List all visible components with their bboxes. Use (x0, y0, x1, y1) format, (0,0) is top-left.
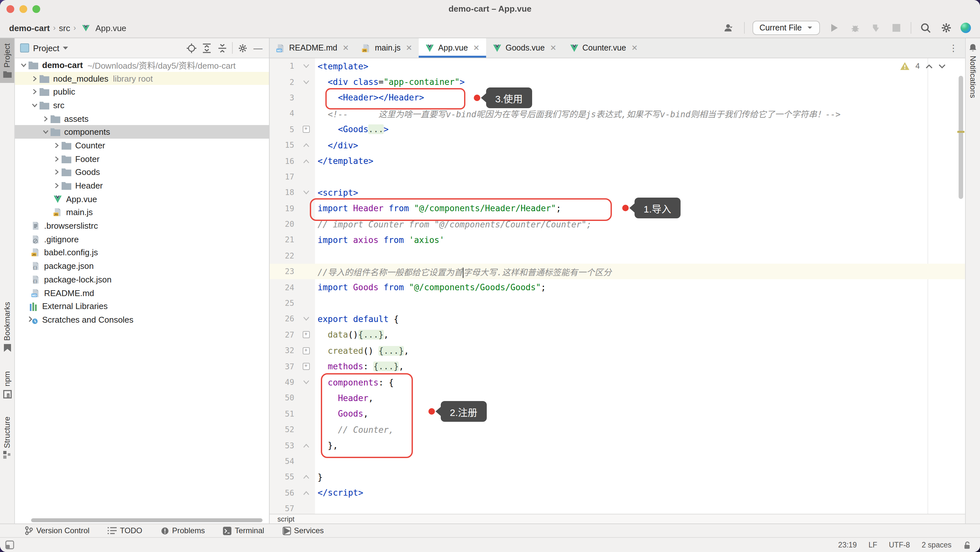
toolwindow-button-Problems[interactable]: Problems (161, 526, 205, 535)
code-line[interactable]: 17 (270, 169, 965, 185)
editor-vertical-scrollbar[interactable] (959, 76, 963, 199)
chevron-down-icon[interactable] (63, 46, 68, 49)
tree-item[interactable]: .browserslistrc (15, 219, 269, 233)
breadcrumb-src[interactable]: src (59, 23, 70, 33)
chevron-right-icon[interactable] (52, 156, 61, 162)
editor-tab-App.vue[interactable]: App.vue✕ (419, 38, 486, 58)
lock-icon[interactable] (963, 541, 971, 549)
close-tab-icon[interactable]: ✕ (473, 43, 480, 52)
tool-tab-project[interactable]: Project (0, 38, 14, 83)
settings-gear-icon[interactable] (940, 21, 953, 34)
code-line[interactable]: 55} (270, 469, 965, 485)
tree-item[interactable]: {}package.json (15, 260, 269, 273)
tree-item[interactable]: JSbabel.config.js (15, 246, 269, 259)
code-line[interactable]: 37+ methods: {...}, (270, 358, 965, 374)
tree-item[interactable]: Footer (15, 152, 269, 165)
expand-all-icon[interactable] (201, 42, 213, 54)
toolwindow-button-TODO[interactable]: TODO (108, 526, 142, 535)
code-line[interactable]: 5+ <Goods...> (270, 122, 965, 137)
search-everywhere-icon[interactable] (919, 21, 932, 34)
fold-marker-icon[interactable]: + (297, 122, 315, 137)
editor-tab-main.js[interactable]: JSmain.js✕ (355, 38, 419, 58)
code-line[interactable]: 25 (270, 295, 965, 311)
code-line[interactable]: 15 </div> (270, 137, 965, 153)
tree-item[interactable]: Header (15, 179, 269, 192)
status-item[interactable]: 23:19 (838, 541, 857, 549)
code-line[interactable]: 2 <div class="app-container"> (270, 74, 965, 90)
tree-item[interactable]: {}package-lock.json (15, 273, 269, 286)
next-problem-icon[interactable] (939, 64, 946, 68)
fold-marker-icon[interactable] (297, 438, 315, 454)
chevron-right-icon[interactable] (41, 116, 50, 122)
tool-tab-structure[interactable]: Structure (0, 411, 14, 464)
code-line[interactable]: 26export default { (270, 311, 965, 327)
tree-item[interactable]: assets (15, 112, 269, 125)
editor-breadcrumb-script[interactable]: script (277, 515, 294, 523)
fold-marker-icon[interactable] (297, 153, 315, 169)
plugin-sphere-icon[interactable] (961, 23, 971, 33)
tree-item[interactable]: JSmain.js (15, 206, 269, 219)
fold-marker-icon[interactable] (297, 374, 315, 390)
tree-item[interactable]: App.vue (15, 192, 269, 206)
toolwindow-button-Version Control[interactable]: Version Control (25, 526, 89, 535)
code-line[interactable]: 1<template> (270, 58, 965, 74)
scrollbar-warning-stripe[interactable] (957, 131, 964, 133)
tree-item[interactable]: demo-cart~/Downloads/资料/day5/资料/demo-car… (15, 58, 269, 71)
tool-tab-npm[interactable]: npm (0, 366, 14, 404)
status-item[interactable]: 2 spaces (922, 541, 951, 549)
tool-tab-bookmarks[interactable]: Bookmarks (0, 297, 14, 357)
chevron-right-icon[interactable] (30, 76, 39, 81)
chevron-down-icon[interactable] (19, 62, 28, 68)
tree-item[interactable]: Counter (15, 139, 269, 152)
code-editor[interactable]: 1<template>2 <div class="app-container">… (270, 58, 965, 514)
code-line[interactable]: 27+ data(){...}, (270, 327, 965, 343)
code-line[interactable]: 21import axios from 'axios' (270, 232, 965, 248)
fold-marker-icon[interactable] (297, 185, 315, 200)
tree-item[interactable]: External Libraries (15, 300, 269, 313)
panel-settings-gear-icon[interactable] (237, 42, 248, 54)
select-opened-file-icon[interactable] (185, 42, 197, 54)
chevron-right-icon[interactable] (52, 183, 61, 189)
toolwindow-button-Terminal[interactable]: Terminal (223, 526, 264, 535)
editor-tab-README.md[interactable]: MDREADME.md✕ (270, 38, 355, 58)
fold-marker-icon[interactable] (297, 137, 315, 153)
fold-marker-icon[interactable]: + (297, 358, 315, 374)
tree-item[interactable]: Goods (15, 165, 269, 179)
tree-item[interactable]: public (15, 85, 269, 98)
editor-tab-Goods.vue[interactable]: Goods.vue✕ (486, 38, 563, 58)
fold-marker-icon[interactable] (297, 74, 315, 90)
toolwindow-switcher-icon[interactable] (5, 540, 14, 549)
chevron-down-icon[interactable] (41, 129, 50, 135)
code-line[interactable]: 22 (270, 248, 965, 264)
project-view-title[interactable]: Project (33, 43, 59, 53)
fold-marker-icon[interactable] (297, 58, 315, 74)
run-with-coverage-button[interactable] (869, 21, 882, 34)
run-configuration-select[interactable]: Current File (752, 21, 820, 35)
tree-item[interactable]: src (15, 98, 269, 112)
breadcrumb-file[interactable]: App.vue (95, 23, 126, 33)
tree-item[interactable]: MDREADME.md (15, 286, 269, 299)
status-item[interactable]: LF (869, 541, 877, 549)
toolwindow-button-Services[interactable]: Services (282, 526, 324, 535)
editor-tab-Counter.vue[interactable]: Counter.vue✕ (563, 38, 644, 58)
project-horizontal-scrollbar[interactable] (15, 517, 269, 523)
chevron-down-icon[interactable] (30, 102, 39, 108)
run-button[interactable] (828, 21, 841, 34)
tree-item[interactable]: components (15, 125, 269, 139)
code-line[interactable]: 23//导入的组件名称一般都给它设置为首字母大写.这样和普通标签能有一个区分 (270, 264, 965, 279)
tool-tab-notifications[interactable]: Notifications (966, 38, 980, 103)
debug-button[interactable] (848, 21, 861, 34)
fold-marker-icon[interactable] (297, 469, 315, 485)
tree-item[interactable]: .gitignore (15, 233, 269, 246)
chevron-right-icon[interactable] (52, 170, 61, 175)
fold-marker-icon[interactable] (297, 311, 315, 327)
code-line[interactable]: 24import Goods from "@/components/Goods/… (270, 279, 965, 295)
collapse-all-icon[interactable] (216, 42, 228, 54)
code-line[interactable]: 57 (270, 501, 965, 514)
hide-panel-icon[interactable]: — (252, 42, 264, 54)
code-line[interactable]: 16</template> (270, 153, 965, 169)
breadcrumb-project[interactable]: demo-cart (9, 23, 50, 33)
chevron-right-icon[interactable] (52, 143, 61, 148)
tree-item[interactable]: node_moduleslibrary root (15, 71, 269, 85)
tab-options-icon[interactable]: ⋮ (949, 38, 965, 58)
